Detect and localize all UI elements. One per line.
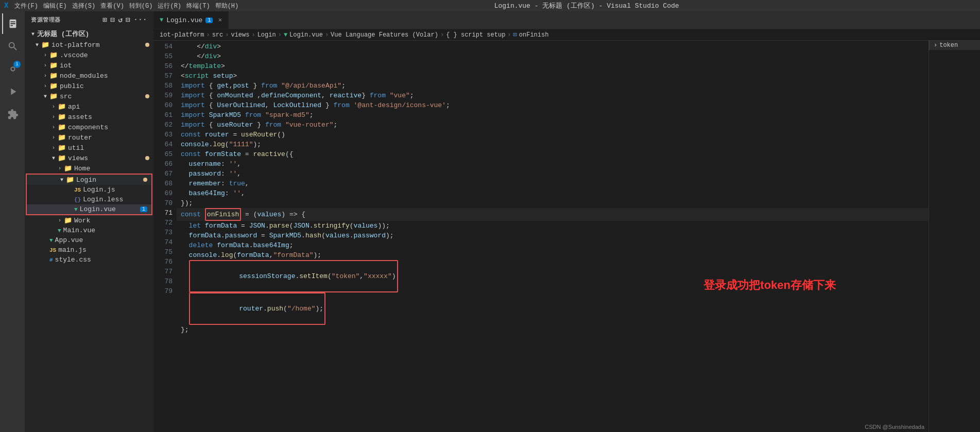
folder-icon: 📁 [64, 216, 72, 224]
code-line-79 [177, 335, 929, 344]
tree-item-main-js[interactable]: › JS main.js [25, 245, 153, 255]
breadcrumb-sep: › [225, 31, 229, 39]
code-line-54: </div> [177, 42, 929, 51]
tree-item-login-js[interactable]: › JS Login.js [27, 185, 151, 195]
tree-item-workspace[interactable]: ▼ 无标题 (工作区) [25, 28, 153, 40]
activity-source-control[interactable]: 1 [2, 59, 23, 79]
breadcrumb-item: iot-platform [160, 31, 204, 39]
menu-terminal[interactable]: 终端(T) [186, 2, 210, 10]
line-numbers: 54 55 56 57 58 59 60 61 62 63 64 65 66 6… [153, 41, 177, 432]
tree-item-views[interactable]: ▼ 📁 views [25, 153, 153, 163]
modified-dot [145, 94, 149, 98]
vue-file-icon: ▼ [58, 228, 61, 234]
tree-item-login-vue[interactable]: › ▼ Login.vue 1 [27, 204, 151, 214]
tree-item-assets[interactable]: › 📁 assets [25, 112, 153, 122]
js-file-icon: JS [49, 247, 56, 253]
arrow-icon: › [49, 104, 58, 110]
menu-file[interactable]: 文件(F) [14, 2, 38, 10]
item-label: App.vue [55, 236, 153, 244]
code-line-70: }); [177, 198, 929, 208]
folder-icon: 📁 [58, 102, 66, 111]
tree-item-vscode[interactable]: › 📁 .vscode [25, 50, 153, 60]
folder-icon: 📁 [49, 72, 58, 80]
tree-item-login-less[interactable]: › {} Login.less [27, 195, 151, 204]
session-highlight: sessionStorage.setItem("token","xxxxx") [189, 260, 398, 292]
menu-view[interactable]: 查看(V) [100, 2, 124, 10]
code-line-63: const router = useRouter() [177, 130, 929, 140]
tree-item-main-vue[interactable]: › ▼ Main.vue [25, 226, 153, 235]
tree-item-app-vue[interactable]: › ▼ App.vue [25, 235, 153, 245]
item-label: api [68, 103, 153, 111]
arrow-icon: › [41, 83, 49, 89]
tree-item-src[interactable]: ▼ 📁 src [25, 91, 153, 101]
tree-item-api[interactable]: › 📁 api [25, 101, 153, 112]
arrow-icon: ▼ [29, 31, 37, 37]
refresh-icon[interactable]: ↺ [118, 15, 123, 24]
item-label: Login.js [83, 186, 151, 194]
editor-area: ▼ Login.vue 1 × iot-platform › src › vie… [153, 11, 980, 432]
breadcrumb-item: Login [257, 31, 276, 39]
new-folder-icon[interactable]: ⊟ [110, 15, 115, 24]
tab-login-vue[interactable]: ▼ Login.vue 1 × [153, 11, 229, 29]
item-label: Main.vue [63, 227, 153, 234]
right-panel: › token [929, 41, 980, 432]
activity-search[interactable] [2, 36, 23, 57]
breadcrumb-sep: › [251, 31, 255, 39]
folder-icon: 📁 [58, 123, 66, 131]
item-label: Work [74, 217, 153, 224]
breadcrumb-sep: › [278, 31, 282, 39]
tree-item-public[interactable]: › 📁 public [25, 81, 153, 91]
more-icon[interactable]: ··· [133, 15, 147, 24]
breadcrumb: iot-platform › src › views › Login › ▼ L… [153, 29, 980, 41]
tree-item-util[interactable]: › 📁 util [25, 143, 153, 153]
menu-run[interactable]: 运行(R) [158, 2, 181, 10]
tree-item-router[interactable]: › 📁 router [25, 132, 153, 143]
code-line-69: base64Img: '', [177, 188, 929, 198]
arrow-icon: › [41, 73, 49, 79]
tree-item-node-modules[interactable]: › 📁 node_modules [25, 71, 153, 81]
code-line-75: console.log(formData,"formData"); [177, 250, 929, 260]
folder-icon: 📁 [49, 82, 58, 90]
code-line-67: password: '', [177, 169, 929, 179]
code-line-58: import { get,post } from "@/api/baseApi"… [177, 81, 929, 91]
item-label: router [68, 134, 153, 142]
arrow-icon: ▼ [58, 177, 66, 183]
tree-item-home[interactable]: › 📁 Home [25, 163, 153, 174]
tree-item-style-css[interactable]: › # style.css [25, 255, 153, 265]
code-line-65: const formState = reactive({ [177, 149, 929, 159]
code-content[interactable]: </div> </div> </template> <script setup>… [177, 41, 929, 432]
source-control-badge: 1 [13, 61, 21, 68]
code-line-73: formData.password = SparkMD5.hash(values… [177, 231, 929, 240]
code-line-56: </template> [177, 61, 929, 71]
router-highlight: router.push("/home"); [189, 292, 326, 325]
folder-icon: 📁 [49, 51, 58, 59]
tab-close-button[interactable]: × [218, 16, 222, 24]
item-label: style.css [55, 256, 153, 264]
collapse-all-icon[interactable]: ⊟ [126, 15, 130, 24]
menu-goto[interactable]: 转到(G) [129, 2, 153, 10]
menu-help[interactable]: 帮助(H) [215, 2, 239, 10]
folder-icon: 📁 [64, 164, 72, 172]
folder-icon: 📁 [66, 176, 74, 184]
tree-item-components[interactable]: › 📁 components [25, 122, 153, 132]
code-editor[interactable]: 54 55 56 57 58 59 60 61 62 63 64 65 66 6… [153, 41, 980, 432]
item-label: src [60, 93, 145, 100]
item-label: iot-platform [51, 41, 145, 49]
activity-extensions[interactable] [2, 104, 23, 125]
code-line-60: import { UserOutlined, LockOutlined } fr… [177, 100, 929, 110]
item-label: Home [74, 165, 153, 172]
code-line-68: remember: true, [177, 179, 929, 188]
code-line-64: console.log("1111"); [177, 140, 929, 149]
arrow-icon: ▼ [41, 94, 49, 99]
tree-item-login[interactable]: ▼ 📁 Login [27, 175, 151, 185]
menu-edit[interactable]: 编辑(E) [43, 2, 67, 10]
main-layout: 1 资源管理器 ⊞ ⊟ ↺ ⊟ ··· ▼ 无标题 (工作区) [0, 11, 980, 432]
activity-run[interactable] [2, 81, 23, 102]
activity-explorer[interactable] [2, 13, 23, 34]
menu-select[interactable]: 选择(S) [72, 2, 96, 10]
tree-item-iot-platform[interactable]: ▼ 📁 iot-platform [25, 40, 153, 50]
tree-item-work[interactable]: › 📁 Work [25, 215, 153, 226]
new-file-icon[interactable]: ⊞ [103, 15, 108, 24]
tree-item-iot[interactable]: › 📁 iot [25, 60, 153, 71]
window-title: Login.vue - 无标题 (工作区) - Visual Studio Co… [494, 1, 679, 10]
